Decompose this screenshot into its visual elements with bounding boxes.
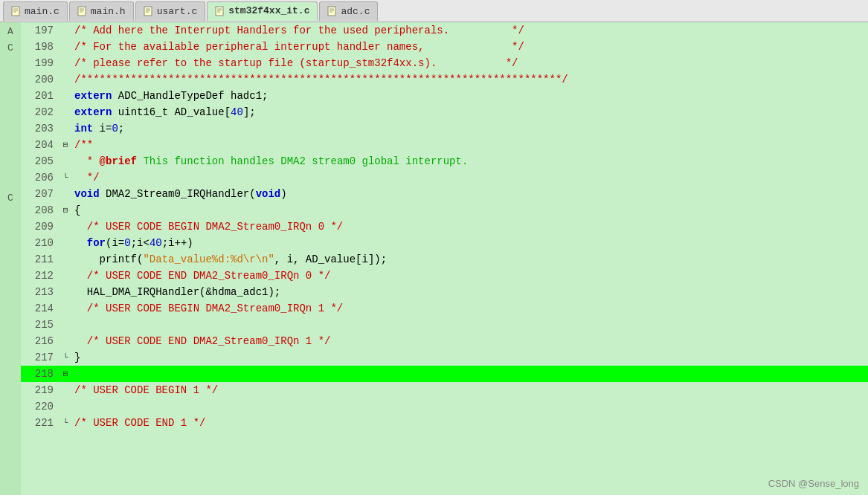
code-line: 199 /* please refer to the startup file … xyxy=(21,55,868,71)
code-line: 213 HAL_DMA_IRQHandler(&hdma_adc1); xyxy=(21,284,868,300)
fold-indicator[interactable]: ⊟ xyxy=(60,202,71,219)
code-lines: 197 /* Add here the Interrupt Handlers f… xyxy=(21,22,868,431)
tab-label: adc.c xyxy=(341,6,370,17)
fold-indicator xyxy=(60,268,71,284)
fold-indicator xyxy=(60,333,71,349)
code-text: printf("Data_value%d:%d\r\n", i, AD_valu… xyxy=(71,251,868,268)
tab-main-h[interactable]: main.h xyxy=(69,1,134,21)
line-number: 216 xyxy=(21,333,60,349)
code-line: 221 └ /* USER CODE END 1 */ xyxy=(21,415,868,431)
code-line: 217 └ } xyxy=(21,349,868,366)
line-number: 221 xyxy=(21,415,60,431)
code-line: 215 xyxy=(21,317,868,333)
fold-indicator xyxy=(60,71,71,88)
line-number: 220 xyxy=(21,398,60,415)
line-number: 207 xyxy=(21,186,60,202)
fold-indicator[interactable]: ⊟ xyxy=(60,366,71,382)
code-content[interactable]: 197 /* Add here the Interrupt Handlers f… xyxy=(21,22,868,495)
tab-main-c[interactable]: main.c xyxy=(3,1,68,21)
svg-rect-0 xyxy=(12,7,19,16)
file-icon xyxy=(144,6,154,16)
code-line: 206 └ */ xyxy=(21,169,868,186)
fold-indicator xyxy=(60,88,71,104)
line-number: 202 xyxy=(21,104,60,120)
file-icon xyxy=(11,6,22,16)
file-icon xyxy=(77,6,88,16)
code-line: 216 /* USER CODE END DMA2_Stream0_IRQn 1… xyxy=(21,333,868,349)
fold-indicator xyxy=(60,104,71,120)
code-line: 203 int i=0; xyxy=(21,120,868,137)
fold-indicator xyxy=(60,55,71,71)
tab-stm32f4xx-it-c[interactable]: stm32f4xx_it.c xyxy=(207,1,318,21)
line-number: 211 xyxy=(21,251,60,268)
code-line: 212 /* USER CODE END DMA2_Stream0_IRQn 0… xyxy=(21,268,868,284)
fold-indicator: └ xyxy=(60,169,71,186)
code-text: /* Add here the Interrupt Handlers for t… xyxy=(71,22,868,39)
code-text: */ xyxy=(71,169,868,186)
tab-label: main.c xyxy=(25,6,60,17)
fold-indicator xyxy=(60,39,71,55)
fold-indicator: └ xyxy=(60,349,71,366)
fold-indicator xyxy=(60,22,71,39)
line-number: 198 xyxy=(21,39,60,55)
code-area: A C C 197 /* Add here the Interrupt Hand… xyxy=(0,22,868,495)
tab-label: stm32f4xx_it.c xyxy=(228,5,309,16)
code-text: { xyxy=(71,202,868,219)
code-line: 207 void DMA2_Stream0_IRQHandler(void) xyxy=(21,186,868,202)
svg-rect-8 xyxy=(144,7,152,16)
code-text: void DMA2_Stream0_IRQHandler(void) xyxy=(71,186,868,202)
tab-usart-c[interactable]: usart.c xyxy=(135,1,206,21)
svg-rect-12 xyxy=(216,7,223,16)
tab-adc-c[interactable]: adc.c xyxy=(319,1,378,21)
fold-indicator xyxy=(60,235,71,251)
line-number: 197 xyxy=(21,22,60,39)
fold-indicator xyxy=(60,300,71,317)
fold-indicator xyxy=(60,398,71,415)
code-text: int i=0; xyxy=(71,120,868,137)
svg-rect-4 xyxy=(78,7,86,16)
code-text: /* please refer to the startup file (sta… xyxy=(71,55,868,71)
tab-label: usart.c xyxy=(157,6,198,17)
left-margin: A C C xyxy=(0,22,21,495)
code-text: /* For the available peripheral interrup… xyxy=(71,39,868,55)
line-number: 214 xyxy=(21,300,60,317)
fold-indicator xyxy=(60,284,71,300)
code-line: 204 ⊟ /** xyxy=(21,137,868,153)
line-number: 212 xyxy=(21,268,60,284)
svg-rect-16 xyxy=(328,7,335,16)
code-text: /* USER CODE END 1 */ xyxy=(71,415,868,431)
line-number: 210 xyxy=(21,235,60,251)
file-icon xyxy=(215,6,225,16)
fold-indicator xyxy=(60,153,71,169)
line-number: 205 xyxy=(21,153,60,169)
fold-indicator xyxy=(60,251,71,268)
code-text: extern uint16_t AD_value[40]; xyxy=(71,104,868,120)
fold-indicator xyxy=(60,219,71,235)
code-text xyxy=(71,317,868,333)
line-number: 218 xyxy=(21,366,60,382)
code-text: * @brief This function handles DMA2 stre… xyxy=(71,153,868,169)
line-number: 206 xyxy=(21,169,60,186)
code-line: 197 /* Add here the Interrupt Handlers f… xyxy=(21,22,868,39)
line-number: 199 xyxy=(21,55,60,71)
code-text xyxy=(71,398,868,415)
line-number: 219 xyxy=(21,382,60,398)
code-line: 220 xyxy=(21,398,868,415)
tab-label: main.h xyxy=(91,6,126,17)
line-number: 215 xyxy=(21,317,60,333)
tab-bar: main.c main.h usart.c stm32f4xx_it.c adc… xyxy=(0,0,868,22)
line-number: 208 xyxy=(21,202,60,219)
code-line: 209 /* USER CODE BEGIN DMA2_Stream0_IRQn… xyxy=(21,219,868,235)
line-number: 201 xyxy=(21,88,60,104)
margin-char-c: C xyxy=(7,40,13,56)
line-number: 200 xyxy=(21,71,60,88)
watermark: CSDN @Sense_long xyxy=(768,478,859,489)
file-icon xyxy=(327,6,338,16)
code-text: /* USER CODE BEGIN DMA2_Stream0_IRQn 0 *… xyxy=(71,219,868,235)
code-line: 198 /* For the available peripheral inte… xyxy=(21,39,868,55)
fold-indicator xyxy=(60,186,71,202)
fold-indicator[interactable]: ⊟ xyxy=(60,137,71,153)
fold-indicator xyxy=(60,120,71,137)
code-line: 200 /***********************************… xyxy=(21,71,868,88)
margin-char-a: A xyxy=(7,24,13,40)
